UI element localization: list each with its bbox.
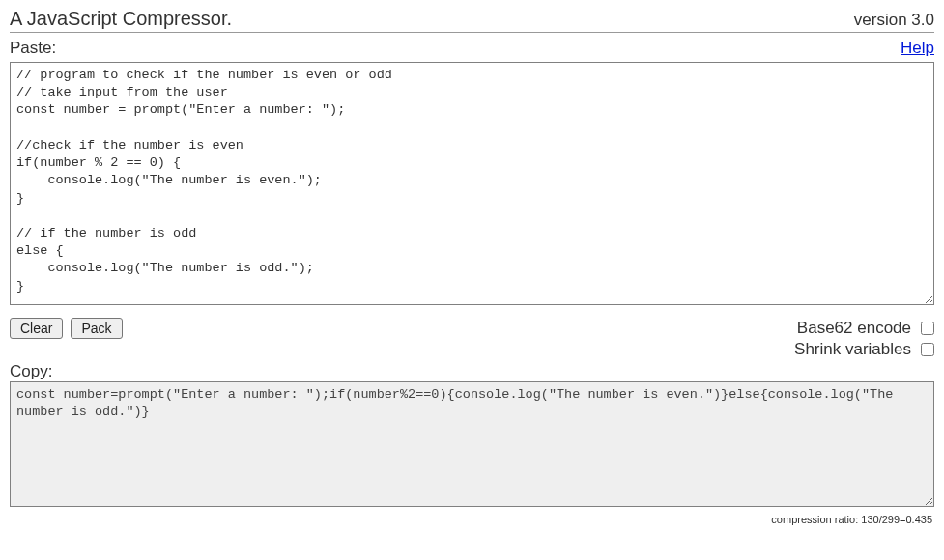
clear-button[interactable]: Clear bbox=[10, 318, 63, 339]
controls-row: Clear Pack Base62 encode Shrink variable… bbox=[10, 318, 934, 360]
pack-button[interactable]: Pack bbox=[71, 318, 122, 339]
paste-textarea[interactable] bbox=[10, 62, 934, 305]
shrink-checkbox[interactable] bbox=[921, 343, 934, 356]
options-group: Base62 encode Shrink variables bbox=[794, 318, 934, 360]
paste-row: Paste: Help bbox=[10, 39, 934, 58]
compression-status: compression ratio: 130/299=0.435 bbox=[10, 514, 934, 525]
base62-label: Base62 encode bbox=[797, 318, 911, 339]
help-link[interactable]: Help bbox=[901, 39, 934, 58]
header: A JavaScript Compressor. version 3.0 bbox=[10, 8, 934, 33]
base62-checkbox[interactable] bbox=[921, 322, 934, 335]
base62-option: Base62 encode bbox=[794, 318, 934, 339]
app-title: A JavaScript Compressor. bbox=[10, 8, 232, 30]
shrink-label: Shrink variables bbox=[794, 339, 911, 360]
copy-label: Copy: bbox=[10, 362, 934, 381]
copy-textarea[interactable] bbox=[10, 381, 934, 507]
paste-label: Paste: bbox=[10, 39, 56, 58]
action-buttons: Clear Pack bbox=[10, 318, 123, 339]
app-version: version 3.0 bbox=[854, 11, 934, 30]
shrink-option: Shrink variables bbox=[794, 339, 934, 360]
